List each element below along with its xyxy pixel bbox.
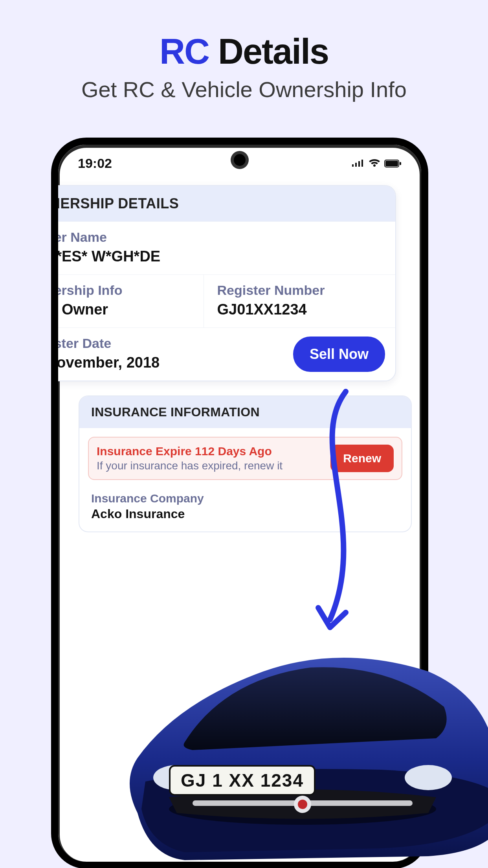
svg-rect-1 xyxy=(385,161,398,166)
title-rc: RC xyxy=(160,32,209,71)
register-date-field: Register Date 17 November, 2018 xyxy=(51,328,173,381)
alert-title: Insurance Expire 112 Days Ago xyxy=(97,445,283,458)
sell-now-button[interactable]: Sell Now xyxy=(293,337,385,372)
license-plate: GJ 1 XX 1234 xyxy=(169,765,316,796)
alert-subtitle: If your insurance has expired, renew it xyxy=(97,460,283,472)
svg-rect-2 xyxy=(400,162,401,165)
ownership-info-value: First Owner xyxy=(51,301,190,318)
register-number-label: Register Number xyxy=(217,283,382,298)
promo-header: RC Details Get RC & Vehicle Ownership In… xyxy=(0,0,488,102)
ownership-info-label: Ownership Info xyxy=(51,283,190,298)
owner-name-label: Owner Name xyxy=(51,230,382,245)
ownership-card-title: OWNERSHIP DETAILS xyxy=(51,186,395,221)
svg-point-8 xyxy=(298,800,307,809)
register-number-field: Register Number GJ01XX1234 xyxy=(204,274,396,327)
page-title: RC Details xyxy=(0,31,488,72)
page-subtitle: Get RC & Vehicle Ownership Info xyxy=(0,77,488,102)
status-time: 19:02 xyxy=(78,156,112,171)
cellular-icon xyxy=(351,159,365,168)
arrow-icon xyxy=(291,388,369,655)
wifi-icon xyxy=(369,159,380,168)
camera-icon xyxy=(234,154,246,166)
owner-name-field: Owner Name S*AI*ES* W*GH*DE xyxy=(51,221,395,274)
owner-name-value: S*AI*ES* W*GH*DE xyxy=(51,248,382,265)
register-number-value: GJ01XX1234 xyxy=(217,301,382,318)
battery-icon xyxy=(384,159,402,168)
car-image xyxy=(106,624,488,868)
title-details: Details xyxy=(209,32,328,71)
register-date-label: Register Date xyxy=(51,336,160,351)
svg-point-6 xyxy=(405,765,452,790)
ownership-info-field: Ownership Info First Owner xyxy=(51,274,204,327)
ownership-card: OWNERSHIP DETAILS Owner Name S*AI*ES* W*… xyxy=(51,185,396,381)
register-date-value: 17 November, 2018 xyxy=(51,354,160,371)
